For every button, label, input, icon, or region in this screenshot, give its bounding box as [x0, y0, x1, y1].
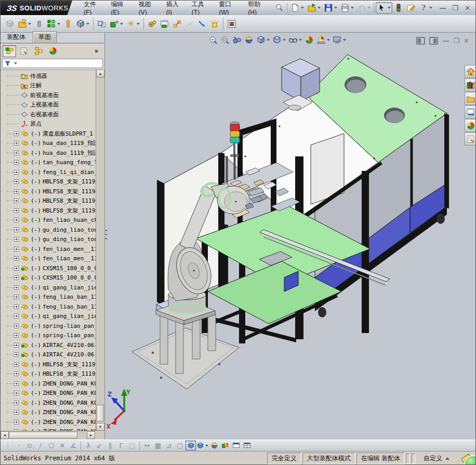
collapse-pane-right-button[interactable] [429, 37, 438, 45]
expand-icon[interactable] [14, 170, 19, 175]
tab-assembly[interactable]: 装配体 [2, 32, 31, 43]
expand-icon[interactable] [14, 314, 19, 318]
tree-item[interactable]: (-)HBLFS8_支架_1119 [1, 196, 96, 206]
minimize-button[interactable]: — [438, 4, 447, 12]
expand-icon[interactable] [14, 410, 19, 415]
tree-item[interactable]: (-)feng_liao_ban_11 [1, 302, 96, 312]
view-settings-icon[interactable] [332, 35, 347, 45]
mate-paperclip-icon[interactable] [33, 18, 45, 30]
expand-icon[interactable] [14, 131, 19, 136]
sketch-angle-icon[interactable]: ∡ [68, 441, 78, 450]
display-style-icon[interactable] [272, 35, 286, 45]
wireframe-view-icon[interactable]: ▢ [175, 441, 185, 450]
tree-item[interactable]: (-)ZHEN_DONG_PAN_KO [1, 427, 96, 431]
tree-item[interactable]: (-)CXSM15_100_0_0_0 [1, 263, 96, 273]
tree-vertical-scrollbar[interactable]: ▲ ▼ [96, 70, 104, 431]
smart-fasteners-icon[interactable] [62, 18, 74, 30]
scroll-left-button[interactable]: ◄ [1, 431, 9, 439]
viewport-single-icon[interactable] [231, 441, 241, 450]
select-cursor-icon[interactable] [376, 2, 392, 14]
tree-item[interactable]: 上视基准面 [1, 100, 96, 110]
explode-line-sketch-icon[interactable] [183, 18, 196, 30]
electrical-box[interactable] [282, 59, 320, 101]
tree-item[interactable]: (-)feng_li_qi_dian_ [1, 167, 96, 177]
exploded-view-icon[interactable] [171, 18, 183, 30]
tree-item[interactable]: (-)spring-liao_pan_ [1, 321, 96, 331]
doc-minimize-button[interactable]: — [442, 37, 449, 45]
tree-item[interactable]: (-)hua_dao_1119_預設 [1, 148, 96, 158]
bill-of-materials-icon[interactable] [158, 18, 171, 30]
options-pencil-icon[interactable] [405, 2, 417, 14]
expand-icon[interactable] [14, 304, 19, 309]
expand-icon[interactable] [14, 333, 19, 338]
tree-item[interactable]: (-)fen_liao_huan_ch [1, 216, 96, 225]
expand-icon[interactable] [14, 198, 19, 203]
reference-geometry-icon[interactable]: ✳ [125, 18, 141, 30]
file-explorer-icon[interactable] [465, 92, 476, 105]
scroll-down-button[interactable]: ▼ [96, 423, 104, 431]
shaded-edges-view-icon[interactable] [196, 441, 208, 450]
design-library-icon[interactable] [465, 78, 476, 91]
restore-button[interactable]: ❐ [451, 4, 460, 12]
expand-icon[interactable] [14, 295, 19, 299]
expand-icon[interactable] [14, 218, 19, 222]
panel-overflow-chevron[interactable]: » [95, 47, 98, 55]
expand-icon[interactable] [14, 420, 19, 424]
tree-item[interactable]: (-)spring-liao_pan_ [1, 331, 96, 341]
appearances-scenes-icon[interactable] [465, 119, 476, 132]
expand-icon[interactable] [14, 324, 19, 328]
sketch-trim-icon[interactable]: ✕ [57, 441, 68, 450]
print-icon[interactable] [339, 2, 355, 14]
expand-icon[interactable] [14, 381, 19, 386]
tree-item[interactable]: (-)HBLFS8_支架_1119 [1, 187, 96, 196]
doc-close-button[interactable]: ✕ [464, 37, 469, 45]
tree-item[interactable]: (-)gu_ding_liao_ton [1, 225, 96, 235]
drag-handle-icon[interactable]: ⋮ [3, 441, 13, 450]
help-icon[interactable]: ? [417, 2, 434, 14]
tree-item[interactable]: *原点 [1, 119, 96, 129]
close-button[interactable]: ✕ [463, 4, 472, 12]
displaymanager-icon[interactable] [46, 45, 60, 57]
new-document-icon[interactable] [289, 2, 306, 14]
panel-splitter-handle[interactable]: ◂◂◂ [105, 228, 108, 241]
sketch-line-icon[interactable]: ∕ [35, 441, 46, 450]
undo-icon[interactable] [355, 2, 372, 14]
tree-item[interactable]: (-)ZHEN_DONG_PAN_KO [1, 408, 96, 418]
move-component-icon[interactable] [74, 18, 91, 30]
tree-item[interactable]: (-)CXSM15_100_0_0_0 [1, 273, 96, 283]
filter-caret-icon[interactable] [14, 62, 17, 64]
previous-view-icon[interactable] [232, 35, 242, 45]
hide-show-items-icon[interactable] [288, 35, 302, 45]
expand-icon[interactable] [14, 266, 19, 271]
relation-tangent-icon[interactable]: λ [83, 441, 94, 450]
search-pin-icon[interactable] [273, 2, 285, 14]
tree-item[interactable]: (-)ZHEN_DONG_PAN_KO [1, 398, 96, 408]
expand-icon[interactable] [14, 179, 19, 184]
expand-icon[interactable] [14, 285, 19, 290]
collapse-pane-left-button[interactable] [416, 37, 425, 45]
interference-detection-icon[interactable] [196, 18, 208, 30]
zoom-to-fit-icon[interactable] [208, 35, 218, 45]
section-tool-icon[interactable] [209, 441, 219, 450]
expand-icon[interactable] [14, 247, 19, 251]
scroll-right-button[interactable]: ► [87, 431, 95, 439]
expand-icon[interactable] [14, 160, 19, 165]
expand-icon[interactable] [14, 256, 19, 261]
relation-parallel-icon[interactable]: ∥ [105, 441, 115, 450]
tree-item[interactable]: (-)AIRTAC_4V210-06- [1, 340, 96, 350]
linear-component-pattern-icon[interactable] [45, 18, 62, 30]
tree-filter-input[interactable] [2, 59, 103, 68]
tree-item[interactable]: (-)HBLFS8_支架_1119 [1, 360, 96, 369]
expand-icon[interactable] [14, 237, 19, 242]
propertymanager-icon[interactable] [17, 45, 31, 57]
sketch-polygon-icon[interactable]: ⬠ [46, 441, 57, 450]
insert-component-icon[interactable] [4, 18, 16, 30]
measure-angle-icon[interactable]: ⊿ [164, 441, 174, 450]
tree-item[interactable]: (-)HBLFS8_支架_1119 [1, 369, 96, 379]
new-motion-study-icon[interactable] [146, 18, 158, 30]
show-hidden-components-icon[interactable] [96, 18, 108, 30]
grid-icon[interactable]: ▦ [153, 441, 163, 450]
robot-base-plate[interactable] [132, 328, 239, 389]
tree-item[interactable]: (-)tan_huang_feng_l [1, 158, 96, 168]
tree-item[interactable]: (-)震盘底板SLDPRT_1 [1, 129, 96, 139]
